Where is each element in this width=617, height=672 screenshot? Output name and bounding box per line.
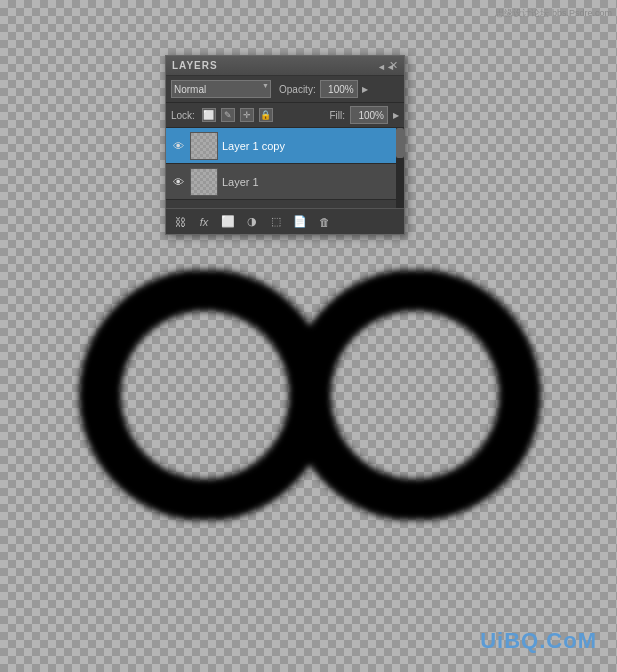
- scrollbar-thumb[interactable]: [396, 128, 404, 158]
- layer-item-1[interactable]: 👁 Layer 1: [166, 164, 404, 200]
- layer-thumbnail-copy: [190, 132, 218, 160]
- blend-mode-wrapper: Normal: [171, 80, 271, 98]
- layers-scrollbar[interactable]: [396, 128, 404, 208]
- new-layer-icon[interactable]: 📄: [291, 213, 309, 231]
- watermark-text: UiBQ.CoM: [480, 628, 597, 653]
- visibility-icon-copy[interactable]: 👁: [170, 138, 186, 154]
- panel-titlebar: LAYERS ◄◄ ✕: [166, 56, 404, 76]
- opacity-label: Opacity:: [279, 84, 316, 95]
- link-icon[interactable]: ⛓: [171, 213, 189, 231]
- blend-mode-select[interactable]: Normal: [171, 80, 271, 98]
- blend-opacity-row: Normal Opacity: ▶: [166, 76, 404, 103]
- delete-icon[interactable]: 🗑: [315, 213, 333, 231]
- panel-toolbar: ⛓ fx ⬜ ◑ ⬚ 📄 🗑: [166, 208, 404, 234]
- panel-controls: ◄◄ ✕: [377, 59, 398, 72]
- lock-pixels-icon[interactable]: ⬜: [202, 108, 216, 122]
- lock-move-icon[interactable]: ✛: [240, 108, 254, 122]
- fill-arrow-icon: ▶: [393, 111, 399, 120]
- visibility-icon-1[interactable]: 👁: [170, 174, 186, 190]
- panel-collapse-icon[interactable]: ◄◄: [377, 62, 385, 70]
- layer-thumbnail-1: [190, 168, 218, 196]
- layer-name-1: Layer 1: [222, 176, 400, 188]
- bottom-watermark: UiBQ.CoM: [480, 628, 597, 654]
- infinity-symbol: [50, 270, 570, 520]
- panel-close-button[interactable]: ✕: [389, 59, 398, 72]
- opacity-input[interactable]: [320, 80, 358, 98]
- lock-label: Lock:: [171, 110, 195, 121]
- adjustment-icon[interactable]: ◑: [243, 213, 261, 231]
- opacity-arrow-icon: ▶: [362, 85, 368, 94]
- panel-title: LAYERS: [172, 60, 218, 71]
- fill-label: Fill:: [329, 110, 345, 121]
- layers-list: 👁 Layer 1 copy 👁 Layer 1: [166, 128, 404, 208]
- layer-name-copy: Layer 1 copy: [222, 140, 400, 152]
- fill-input[interactable]: [350, 106, 388, 124]
- svg-point-0: [100, 290, 310, 500]
- fx-icon[interactable]: fx: [195, 213, 213, 231]
- top-watermark: 思缘设计论坛 bbs.Psdre.com: [495, 8, 612, 20]
- lock-all-icon[interactable]: 🔒: [259, 108, 273, 122]
- layers-panel: LAYERS ◄◄ ✕ Normal Opacity: ▶ Lock: ⬜ ✎ …: [165, 55, 405, 235]
- layer-item-copy[interactable]: 👁 Layer 1 copy: [166, 128, 404, 164]
- folder-icon[interactable]: ⬚: [267, 213, 285, 231]
- lock-fill-row: Lock: ⬜ ✎ ✛ 🔒 Fill: ▶: [166, 103, 404, 128]
- top-watermark-text: 思缘设计论坛 bbs.Psdre.com: [495, 8, 612, 18]
- canvas-content: [30, 260, 590, 530]
- svg-point-1: [310, 290, 520, 500]
- lock-position-icon[interactable]: ✎: [221, 108, 235, 122]
- mask-icon[interactable]: ⬜: [219, 213, 237, 231]
